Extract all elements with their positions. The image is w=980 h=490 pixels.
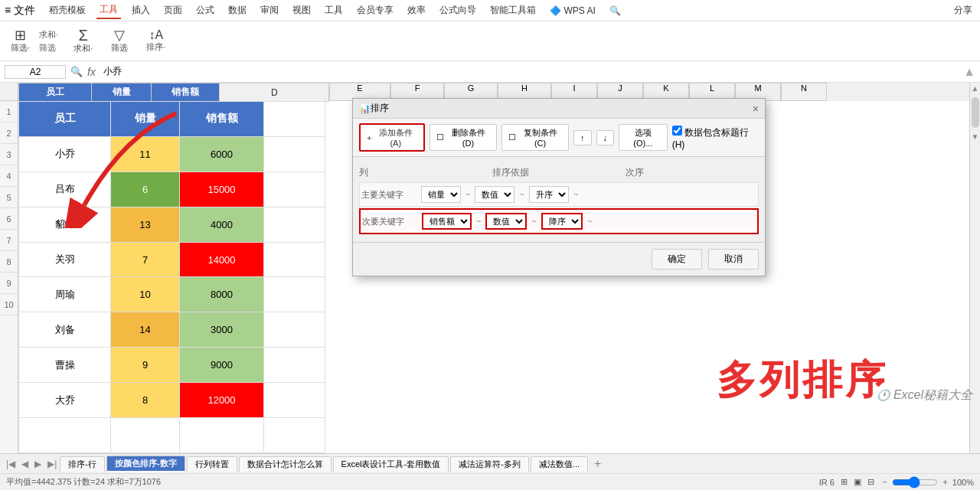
toolbar-sum-btn[interactable]: Σ 求和·: [70, 26, 96, 56]
delete-condition-btn[interactable]: ☐ 删除条件(D): [430, 124, 497, 151]
sheet-add-btn[interactable]: +: [590, 457, 606, 471]
options-btn[interactable]: 选项(O)...: [619, 124, 668, 151]
cell-b9[interactable]: 8: [111, 383, 180, 418]
corner-cell: [0, 83, 18, 101]
secondary-basis-select[interactable]: 数值: [485, 213, 527, 230]
menu-insert[interactable]: 插入: [129, 2, 153, 18]
expand-icon[interactable]: ▲: [963, 65, 975, 79]
dialog-close-btn[interactable]: ×: [753, 103, 759, 115]
cell-d10[interactable]: [264, 418, 325, 453]
primary-label: 主要关键字: [361, 189, 416, 201]
menu-data[interactable]: 数据: [225, 2, 250, 18]
sheet-tab-color-sort[interactable]: 按颜色排序-数字: [106, 456, 185, 472]
zoom-in-btn[interactable]: ＋: [941, 476, 949, 488]
sheet-nav-first[interactable]: |◀: [3, 459, 18, 469]
copy-label: 复制条件(C): [518, 127, 562, 148]
cell-d1[interactable]: [264, 102, 325, 137]
menu-view[interactable]: 视图: [289, 2, 314, 18]
cell-reference[interactable]: A2: [5, 65, 66, 79]
toolbar-sortaz-btn[interactable]: ▽ 筛选: [108, 27, 131, 55]
cell-b10[interactable]: [111, 418, 180, 453]
scroll-up-arrow[interactable]: ▲: [970, 83, 980, 94]
menu-formula[interactable]: 公式: [193, 2, 217, 18]
cell-a10[interactable]: [19, 418, 111, 453]
scroll-thumb[interactable]: [972, 97, 979, 128]
cell-d5[interactable]: [264, 242, 325, 277]
sheet-tab-transpose[interactable]: 行列转置: [187, 456, 237, 472]
cell-b6[interactable]: 10: [111, 277, 180, 312]
cell-c6[interactable]: 8000: [180, 277, 264, 312]
add-icon: +: [367, 133, 371, 142]
zoom-slider[interactable]: [892, 476, 938, 488]
primary-order-select[interactable]: 升序: [529, 186, 569, 203]
hamburger-icon[interactable]: ≡ 文件: [5, 4, 35, 18]
cell-c7[interactable]: 3000: [180, 312, 264, 348]
cell-b7[interactable]: 14: [111, 312, 180, 348]
cell-c10[interactable]: [180, 418, 264, 453]
cell-d6[interactable]: [264, 277, 325, 312]
cell-a8[interactable]: 曹操: [19, 348, 111, 383]
cell-b8[interactable]: 9: [111, 348, 180, 383]
menu-smart-tools[interactable]: 智能工具箱: [487, 2, 539, 18]
view-layout-icon[interactable]: ⊟: [867, 477, 874, 487]
menu-tools2[interactable]: 工具: [322, 2, 346, 18]
dialog-ok-btn[interactable]: 确定: [652, 249, 702, 270]
cell-a7[interactable]: 刘备: [19, 312, 111, 348]
menu-wps-ai[interactable]: 🔷 WPS AI: [547, 4, 599, 18]
view-normal-icon[interactable]: ⊞: [841, 477, 848, 487]
cell-c9[interactable]: 12000: [180, 383, 264, 418]
menu-formula-guide[interactable]: 公式向导: [436, 2, 479, 18]
secondary-col-select[interactable]: 销售额: [422, 213, 472, 230]
primary-col-select[interactable]: 销量: [421, 186, 461, 203]
menu-save-btn[interactable]: 分享: [951, 2, 975, 18]
menu-review[interactable]: 审阅: [257, 2, 282, 18]
add-condition-btn[interactable]: + 添加条件(A): [359, 123, 425, 152]
cell-d9[interactable]: [264, 383, 325, 418]
cell-d7[interactable]: [264, 312, 325, 348]
sheet-tab-sort-row[interactable]: 排序-行: [60, 456, 105, 472]
sheet-tab-sum[interactable]: 数据合计怎计怎么算: [239, 456, 332, 472]
move-up-btn[interactable]: ↑: [573, 130, 592, 145]
toolbar-filter-btn[interactable]: ⊞ 筛选·: [8, 27, 33, 55]
primary-basis-select[interactable]: 数值: [475, 186, 514, 203]
sheet-nav-prev[interactable]: ◀: [18, 459, 31, 469]
toolbar-sort-btn[interactable]: ↕A 排序·: [143, 28, 168, 54]
move-down-btn[interactable]: ↓: [596, 130, 615, 145]
cell-a9[interactable]: 大乔: [19, 383, 111, 418]
sum-label: 求和·: [74, 43, 93, 54]
sheet-nav-last[interactable]: ▶|: [44, 459, 60, 469]
view-page-icon[interactable]: ▣: [854, 477, 861, 487]
cell-d3[interactable]: [264, 172, 325, 207]
copy-condition-btn[interactable]: ☐ 复制条件(C): [501, 124, 569, 151]
menu-efficiency[interactable]: 效率: [404, 2, 429, 18]
secondary-order-select[interactable]: 降序: [541, 213, 583, 230]
cell-a6[interactable]: 周瑜: [19, 277, 111, 312]
cell-a5[interactable]: 关羽: [19, 242, 111, 277]
cell-d2[interactable]: [264, 136, 325, 172]
cell-d8[interactable]: [264, 348, 325, 383]
sheet-tab-subtract2[interactable]: 减法数值...: [531, 456, 588, 472]
cell-c8[interactable]: 9000: [180, 348, 264, 383]
sheet-tab-subtract[interactable]: 减法运算符-多列: [450, 456, 529, 472]
menu-search-icon[interactable]: 🔍: [606, 4, 624, 18]
col-header-col2: 排序依据: [492, 166, 615, 179]
sheet-tab-design[interactable]: Excel表设计工具-套用数值: [333, 456, 449, 472]
sheet-nav-next[interactable]: ▶: [31, 459, 44, 469]
col-header-col1: 列: [359, 166, 428, 179]
cell-b5[interactable]: 7: [111, 242, 180, 277]
cell-c5[interactable]: 14000: [180, 242, 264, 277]
dash1: ~: [466, 190, 470, 199]
menu-vip[interactable]: 会员专享: [354, 2, 397, 18]
formula-input[interactable]: 小乔: [100, 66, 959, 78]
scroll-down-arrow[interactable]: ▼: [970, 131, 980, 142]
cell-d4[interactable]: [264, 207, 325, 242]
menu-page[interactable]: 页面: [161, 2, 185, 18]
zoom-out-btn[interactable]: －: [880, 476, 889, 488]
col-header-col3: 次序: [626, 166, 702, 179]
header-row-checkbox[interactable]: [672, 126, 682, 136]
dash2: ~: [519, 190, 524, 199]
formula-bar: A2 🔍 fx 小乔 ▲: [0, 61, 980, 83]
menu-daoke[interactable]: 稻壳模板: [46, 2, 89, 18]
dialog-cancel-btn[interactable]: 取消: [708, 249, 759, 270]
menu-tool[interactable]: 工具: [96, 2, 121, 19]
